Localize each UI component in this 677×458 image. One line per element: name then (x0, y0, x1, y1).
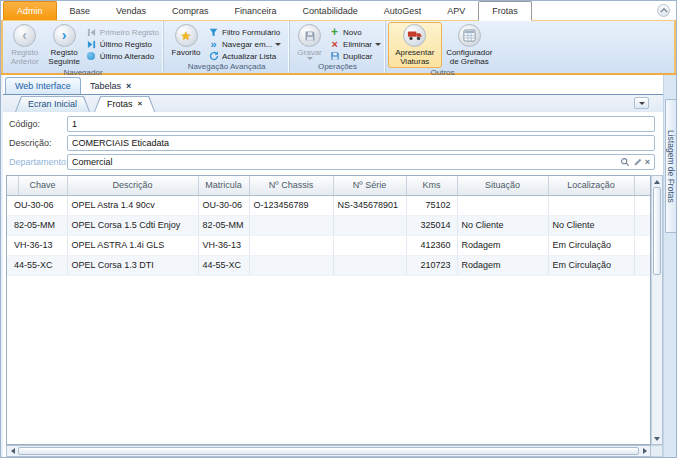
ribbon-tab-frotas[interactable]: Frotas (478, 1, 532, 21)
refresh-icon (208, 51, 219, 62)
codigo-label: Código: (9, 119, 67, 129)
registo-seguinte-button[interactable]: › Registo Seguinte (44, 22, 83, 68)
grid-config-icon (463, 29, 476, 42)
col-header-descricao[interactable]: Descrição (67, 176, 198, 195)
truck-icon (407, 30, 423, 41)
col-header-serie[interactable]: Nº Série (333, 176, 406, 195)
doc-tab-tabelas[interactable]: Tabelas × (81, 78, 140, 94)
sub-tab-frotas[interactable]: Frotas × (95, 97, 154, 112)
field-row-descricao: Descrição: COMERCIAIS Eticadata (9, 135, 663, 151)
dropdown-caret-icon (375, 43, 381, 46)
ultimo-alterado-button[interactable]: Último Alterado (84, 50, 161, 62)
horizontal-scrollbar[interactable] (6, 445, 651, 457)
pencil-edit-icon[interactable] (633, 158, 642, 167)
configurador-grelhas-button[interactable]: Configurador de Grelhas (442, 22, 497, 68)
last-record-icon (86, 39, 97, 50)
sub-tab-strip: Ecran Inicial Frotas × (3, 95, 663, 112)
ribbon-group-navegacao-avancada: ★ Favorito Filtro Formulário » Navegar e… (163, 21, 289, 73)
double-chevron-icon: » (208, 39, 219, 50)
departamento-label[interactable]: Departamento: (9, 157, 67, 167)
plus-icon: + (329, 27, 340, 38)
gravar-button[interactable]: Gravar (292, 22, 327, 62)
col-header-localizacao[interactable]: Localização (548, 176, 634, 195)
registo-anterior-button[interactable]: ‹ Registo Anterior (5, 22, 44, 68)
previous-record-icon: ‹ (22, 28, 27, 42)
delete-x-icon: × (329, 39, 340, 50)
apresentar-viaturas-button[interactable]: Apresentar Viaturas (388, 22, 442, 68)
table-row[interactable]: 44-55-XC OPEL Corsa 1.3 DTI 44-55-XC 210… (7, 255, 650, 275)
dropdown-caret-icon (307, 57, 313, 60)
star-icon: ★ (181, 30, 192, 42)
field-row-departamento: Departamento: Comercial × (9, 154, 663, 170)
first-record-icon (86, 27, 97, 38)
group-label-operacoes: Operações (292, 62, 383, 73)
ribbon-tab-strip: Admin Base Vendas Compras Financeira Con… (1, 1, 676, 20)
minimize-ribbon-button[interactable] (657, 4, 670, 17)
scroll-left-button[interactable] (7, 446, 18, 456)
ribbon-group-operacoes: Gravar + Novo × Eliminar Dupli (289, 21, 385, 73)
grid-indicator-header (7, 176, 18, 195)
col-header-situacao[interactable]: Situação (457, 176, 548, 195)
ribbon-tab-admin[interactable]: Admin (3, 1, 57, 20)
blue-dot-icon (86, 51, 97, 62)
novo-button[interactable]: + Novo (327, 26, 383, 38)
dropdown-caret-icon (639, 102, 645, 105)
col-header-chave[interactable]: Chave (18, 176, 67, 195)
descricao-input[interactable]: COMERCIAIS Eticadata (67, 135, 655, 151)
horizontal-scroll-thumb[interactable] (18, 447, 639, 455)
field-row-codigo: Código: 1 (9, 116, 663, 132)
primeiro-registo-button[interactable]: Primeiro Registo (84, 26, 161, 38)
scrollbar-corner (651, 445, 663, 457)
close-icon[interactable]: × (126, 82, 131, 91)
col-header-chassis[interactable]: Nº Chassis (249, 176, 333, 195)
form-panel: Código: 1 Descrição: COMERCIAIS Eticadat… (3, 112, 663, 457)
vertical-scrollbar[interactable] (651, 175, 663, 445)
fleet-grid: Chave Descrição Matricula Nº Chassis Nº … (6, 175, 663, 445)
ribbon-tab-contabilidade[interactable]: Contabilidade (290, 1, 371, 20)
duplicar-button[interactable]: Duplicar (327, 50, 383, 62)
filtro-formulario-button[interactable]: Filtro Formulário (206, 26, 283, 38)
tab-list-dropdown-button[interactable] (634, 97, 649, 109)
vertical-scroll-thumb[interactable] (653, 187, 661, 275)
scroll-up-button[interactable] (652, 176, 662, 187)
table-row[interactable]: VH-36-13 OPEL ASTRA 1.4i GLS VH-36-13 41… (7, 235, 650, 255)
filter-funnel-icon (208, 27, 219, 38)
document-tab-strip: Web Interface Tabelas × (3, 75, 663, 95)
ribbon-tab-apv[interactable]: APV (434, 1, 478, 20)
dropdown-caret-icon (275, 43, 281, 46)
ribbon-tab-base[interactable]: Base (57, 1, 104, 20)
sub-tab-ecran-inicial[interactable]: Ecran Inicial (16, 97, 89, 112)
side-tab-listagem-de-frotas[interactable]: Listagem de Frotas (665, 99, 677, 233)
grid-header-row: Chave Descrição Matricula Nº Chassis Nº … (7, 176, 650, 195)
scroll-down-button[interactable] (652, 433, 662, 444)
next-record-icon: › (62, 28, 67, 42)
favorito-button[interactable]: ★ Favorito (166, 22, 206, 59)
ribbon-group-outros: Apresentar Viaturas Configurador de Grel… (385, 21, 499, 73)
codigo-input[interactable]: 1 (67, 116, 655, 132)
departamento-input[interactable]: Comercial × (67, 154, 655, 170)
table-row[interactable]: 82-05-MM OPEL Corsa 1.5 Cdti Enjoy 82-05… (7, 215, 650, 235)
search-icon[interactable] (620, 157, 630, 167)
ribbon-tab-vendas[interactable]: Vendas (103, 1, 159, 20)
eliminar-button[interactable]: × Eliminar (327, 38, 383, 50)
navegar-em-button[interactable]: » Navegar em... (206, 38, 283, 50)
ribbon-tab-autogest[interactable]: AutoGest (371, 1, 435, 20)
side-panel-strip: Listagem de Frotas (663, 75, 676, 457)
doc-tab-web-interface[interactable]: Web Interface (5, 77, 81, 94)
col-header-matricula[interactable]: Matricula (198, 176, 249, 195)
ultimo-registo-button[interactable]: Último Registo (84, 38, 161, 50)
descricao-label: Descrição: (9, 138, 67, 148)
chevron-up-icon (660, 8, 668, 13)
table-row[interactable]: OU-30-06 OPEL Astra 1.4 90cv OU-30-06 O-… (7, 195, 650, 215)
duplicate-floppy-icon (329, 51, 340, 62)
clear-icon[interactable]: × (645, 158, 650, 167)
ribbon-tab-compras[interactable]: Compras (159, 1, 222, 20)
close-icon[interactable]: × (138, 100, 143, 108)
ribbon-body: ‹ Registo Anterior › Registo Seguinte Pr… (1, 20, 676, 73)
save-floppy-icon (304, 30, 316, 42)
ribbon-group-navegador: ‹ Registo Anterior › Registo Seguinte Pr… (3, 21, 163, 73)
actualizar-lista-button[interactable]: Actualizar Lista (206, 50, 283, 62)
scroll-right-button[interactable] (639, 446, 650, 456)
ribbon-tab-financeira[interactable]: Financeira (222, 1, 290, 20)
col-header-kms[interactable]: Kms (406, 176, 457, 195)
